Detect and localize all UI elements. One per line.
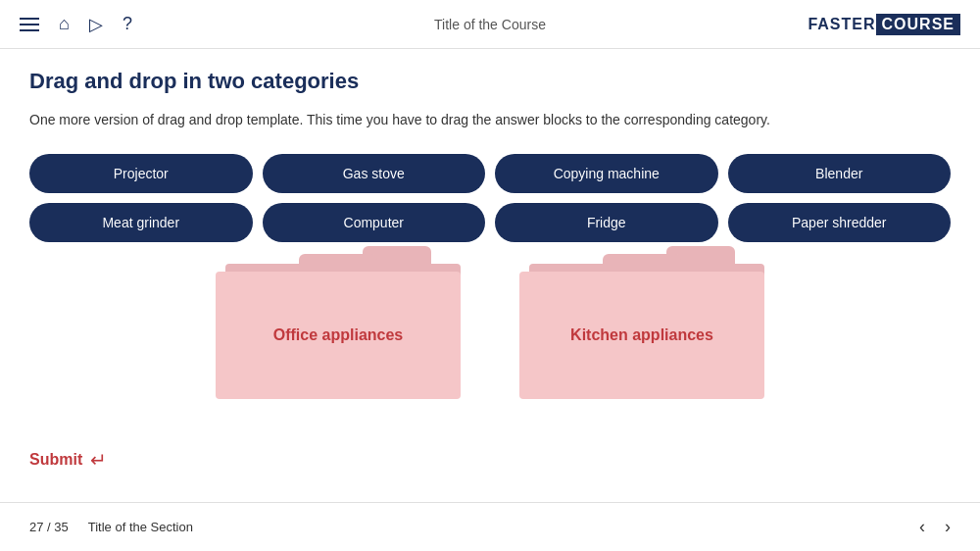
footer-navigation: ‹ › (919, 517, 951, 537)
footer-page-number: 27 / 35 (29, 520, 69, 534)
page-description: One more version of drag and drop templa… (29, 110, 951, 130)
brand-course-text: COURSE (876, 14, 960, 35)
drag-item-copying-machine[interactable]: Copying machine (495, 154, 718, 193)
drag-item-gas-stove[interactable]: Gas stove (263, 154, 486, 193)
submit-button[interactable]: Submit (29, 451, 82, 469)
menu-icon[interactable] (20, 18, 39, 31)
drag-item-fridge[interactable]: Fridge (495, 203, 718, 242)
folder-kitchen[interactable]: Kitchen appliances (519, 272, 764, 399)
footer: 27 / 35 Title of the Section ‹ › (0, 502, 980, 551)
submit-icon: ↵ (90, 448, 107, 472)
folder-office-label: Office appliances (273, 326, 404, 344)
folder-office[interactable]: Office appliances (216, 272, 461, 399)
folder-kitchen-label: Kitchen appliances (570, 326, 713, 344)
home-icon[interactable]: ⌂ (59, 14, 70, 34)
main-content: Drag and drop in two categories One more… (0, 49, 980, 438)
nav-icons: ⌂ ▷ ? (20, 14, 132, 35)
prev-button[interactable]: ‹ (919, 517, 925, 537)
brand-logo: FASTER COURSE (808, 14, 960, 35)
drag-items-grid: Projector Gas stove Copying machine Blen… (29, 154, 951, 242)
footer-section-title: Title of the Section (88, 520, 193, 534)
drag-item-paper-shredder[interactable]: Paper shredder (728, 203, 952, 242)
drop-zones: Office appliances Kitchen appliances (29, 272, 951, 399)
drag-item-blender[interactable]: Blender (728, 154, 952, 193)
brand-faster-text: FASTER (808, 16, 875, 33)
submit-area: Submit ↵ (0, 438, 980, 481)
next-button[interactable]: › (945, 517, 951, 537)
help-icon[interactable]: ? (122, 14, 132, 34)
drag-item-meat-grinder[interactable]: Meat grinder (29, 203, 253, 242)
page-heading: Drag and drop in two categories (29, 69, 951, 94)
play-icon[interactable]: ▷ (89, 14, 103, 35)
header: ⌂ ▷ ? Title of the Course FASTER COURSE (0, 0, 980, 49)
drop-zone-office[interactable]: Office appliances (216, 272, 461, 399)
drag-item-computer[interactable]: Computer (263, 203, 486, 242)
drag-item-projector[interactable]: Projector (29, 154, 253, 193)
drop-zone-kitchen[interactable]: Kitchen appliances (519, 272, 764, 399)
course-title: Title of the Course (434, 17, 546, 32)
